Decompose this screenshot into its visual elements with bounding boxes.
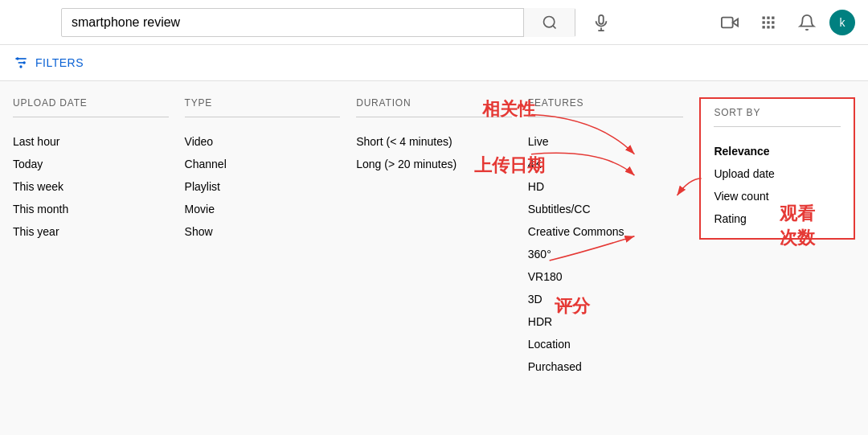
svg-rect-9	[763, 21, 765, 23]
filters-icon	[13, 55, 29, 71]
svg-line-1	[552, 25, 555, 28]
bell-button[interactable]	[791, 6, 823, 39]
filter-playlist[interactable]: Playlist	[185, 175, 341, 198]
filter-video[interactable]: Video	[185, 130, 341, 153]
upload-date-col: UPLOAD DATE Last hour Today This week Th…	[13, 97, 185, 378]
duration-col: DURATION Short (< 4 minutes) Long (> 20 …	[356, 97, 528, 378]
filter-movie[interactable]: Movie	[185, 198, 341, 220]
filter-show[interactable]: Show	[185, 220, 341, 243]
filter-purchased[interactable]: Purchased	[528, 355, 684, 378]
sort-by-header: SORT BY	[714, 107, 841, 127]
filter-content-wrapper: UPLOAD DATE Last hour Today This week Th…	[0, 81, 868, 410]
search-bar	[61, 8, 575, 37]
filter-3d[interactable]: 3D	[528, 288, 684, 310]
upload-date-header: UPLOAD DATE	[13, 97, 169, 117]
sort-box: SORT BY Relevance Upload date View count…	[699, 97, 855, 240]
svg-point-0	[543, 16, 554, 27]
features-header: FEATURES	[528, 97, 684, 117]
camera-icon	[721, 14, 739, 31]
filter-subtitles[interactable]: Subtitles/CC	[528, 198, 684, 220]
svg-point-18	[16, 57, 18, 60]
svg-point-20	[19, 65, 22, 68]
filter-this-year[interactable]: This year	[13, 220, 169, 243]
sort-rating[interactable]: Rating	[714, 207, 841, 230]
filter-this-month[interactable]: This month	[13, 198, 169, 220]
sort-by-col: SORT BY Relevance Upload date View count…	[699, 97, 855, 378]
type-col: TYPE Video Channel Playlist Movie Show	[185, 97, 357, 378]
grid-icon	[760, 14, 776, 31]
sort-relevance[interactable]: Relevance	[714, 140, 841, 162]
filter-hdr[interactable]: HDR	[528, 310, 684, 333]
svg-point-19	[23, 61, 26, 64]
header: k	[0, 0, 868, 45]
filters-label: FILTERS	[35, 56, 84, 69]
filter-last-hour[interactable]: Last hour	[13, 130, 169, 153]
filter-content: UPLOAD DATE Last hour Today This week Th…	[0, 81, 868, 410]
mic-icon	[592, 14, 610, 31]
grid-button[interactable]	[752, 6, 784, 39]
type-header: TYPE	[185, 97, 341, 117]
mic-button[interactable]	[585, 6, 617, 39]
svg-rect-14	[772, 26, 774, 28]
avatar[interactable]: k	[829, 10, 855, 35]
header-right: k	[714, 6, 855, 39]
filter-location[interactable]: Location	[528, 333, 684, 355]
filter-4k[interactable]: 4K	[528, 153, 684, 175]
svg-rect-10	[767, 21, 769, 23]
svg-rect-6	[763, 16, 765, 18]
filter-short[interactable]: Short (< 4 minutes)	[356, 130, 512, 153]
filter-360[interactable]: 360°	[528, 243, 684, 265]
filter-this-week[interactable]: This week	[13, 175, 169, 198]
bell-icon	[798, 14, 816, 31]
sort-view-count[interactable]: View count	[714, 185, 841, 207]
filters-bar: FILTERS	[0, 45, 868, 81]
svg-rect-5	[722, 17, 733, 27]
filter-today[interactable]: Today	[13, 153, 169, 175]
features-col: FEATURES Live 4K HD Subtitles/CC Creativ…	[528, 97, 700, 378]
camera-button[interactable]	[714, 6, 746, 39]
sort-upload-date[interactable]: Upload date	[714, 162, 841, 185]
svg-rect-8	[772, 16, 774, 18]
filter-hd[interactable]: HD	[528, 175, 684, 198]
svg-rect-2	[599, 14, 604, 23]
svg-rect-11	[772, 21, 774, 23]
search-input[interactable]	[62, 15, 523, 30]
search-icon	[542, 14, 558, 31]
filter-live[interactable]: Live	[528, 130, 684, 153]
svg-rect-7	[767, 16, 769, 18]
svg-rect-12	[763, 26, 765, 28]
svg-rect-13	[767, 26, 769, 28]
filter-long[interactable]: Long (> 20 minutes)	[356, 153, 512, 175]
search-button[interactable]	[523, 8, 575, 37]
filter-channel[interactable]: Channel	[185, 153, 341, 175]
filter-vr180[interactable]: VR180	[528, 265, 684, 288]
filter-creative-commons[interactable]: Creative Commons	[528, 220, 684, 243]
duration-header: DURATION	[356, 97, 512, 117]
